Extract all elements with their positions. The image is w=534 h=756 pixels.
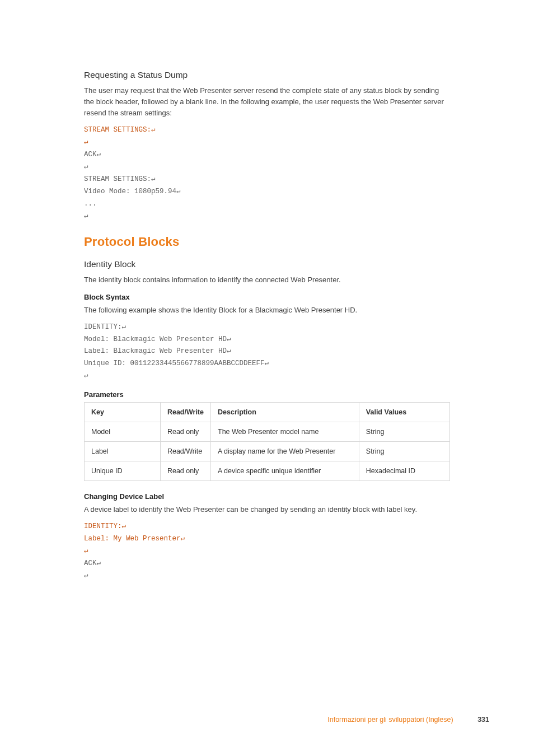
body-text: The user may request that the Web Presen…: [84, 85, 450, 119]
heading-identity-block: Identity Block: [84, 259, 450, 269]
code-line: ↵: [84, 572, 88, 580]
table-header-row: Key Read/Write Description Valid Values: [85, 403, 450, 422]
code-line: STREAM SETTINGS:↵: [84, 175, 156, 183]
th-desc: Description: [211, 403, 359, 422]
th-valid: Valid Values: [359, 403, 449, 422]
code-line: Model: Blackmagic Web Presenter HD↵: [84, 335, 231, 343]
table-row: Model Read only The Web Presenter model …: [85, 422, 450, 442]
footer-page-number: 331: [477, 716, 489, 724]
code-line: ACK↵: [84, 559, 101, 567]
td-rw: Read/Write: [160, 442, 210, 461]
td-desc: A device specific unique identifier: [211, 461, 359, 481]
code-line: ...: [84, 200, 97, 208]
code-line-sent: STREAM SETTINGS:↵: [84, 126, 156, 134]
td-key: Label: [85, 442, 161, 461]
td-valid: String: [359, 422, 449, 442]
td-rw: Read only: [160, 422, 210, 442]
heading-block-syntax: Block Syntax: [84, 293, 450, 301]
td-key: Unique ID: [85, 461, 161, 481]
heading-requesting-status-dump: Requesting a Status Dump: [84, 70, 450, 80]
code-line: ↵: [84, 212, 88, 220]
table-row: Label Read/Write A display name for the …: [85, 442, 450, 461]
code-line: Label: Blackmagic Web Presenter HD↵: [84, 347, 231, 355]
td-key: Model: [85, 422, 161, 442]
footer-section-label: Informazioni per gli sviluppatori (Ingle…: [327, 716, 453, 724]
th-key: Key: [85, 403, 161, 422]
code-block-stream-settings: STREAM SETTINGS:↵ ↵ ACK↵ ↵ STREAM SETTIN…: [84, 124, 450, 222]
td-rw: Read only: [160, 461, 210, 481]
code-line: Unique ID: 00112233445566778899AABBCCDDE…: [84, 360, 269, 367]
td-valid: String: [359, 442, 449, 461]
th-rw: Read/Write: [160, 403, 210, 422]
code-line-sent: Label: My Web Presenter↵: [84, 535, 185, 543]
code-line: ↵: [84, 163, 88, 171]
code-line-sent: ↵: [84, 138, 88, 146]
code-line: ↵: [84, 372, 88, 380]
code-line: ACK↵: [84, 151, 101, 158]
code-line-sent: ↵: [84, 547, 88, 555]
table-row: Unique ID Read only A device specific un…: [85, 461, 450, 481]
code-line: Video Mode: 1080p59.94↵: [84, 188, 181, 195]
code-line-sent: IDENTITY:↵: [84, 522, 126, 530]
code-line: IDENTITY:↵: [84, 323, 126, 331]
td-desc: A display name for the Web Presenter: [211, 442, 359, 461]
body-text: A device label to identify the Web Prese…: [84, 504, 450, 515]
heading-changing-device-label: Changing Device Label: [84, 492, 450, 501]
parameters-table: Key Read/Write Description Valid Values …: [84, 402, 450, 481]
page: Requesting a Status Dump The user may re…: [0, 0, 534, 756]
heading-protocol-blocks: Protocol Blocks: [84, 235, 450, 249]
td-valid: Hexadecimal ID: [359, 461, 449, 481]
code-block-change-label: IDENTITY:↵ Label: My Web Presenter↵ ↵ AC…: [84, 521, 450, 582]
body-text: The identity block contains information …: [84, 274, 450, 286]
td-desc: The Web Presenter model name: [211, 422, 359, 442]
heading-parameters: Parameters: [84, 390, 450, 399]
code-block-identity: IDENTITY:↵ Model: Blackmagic Web Present…: [84, 321, 450, 382]
page-footer: Informazioni per gli sviluppatori (Ingle…: [327, 716, 489, 724]
body-text: The following example shows the Identity…: [84, 305, 450, 316]
